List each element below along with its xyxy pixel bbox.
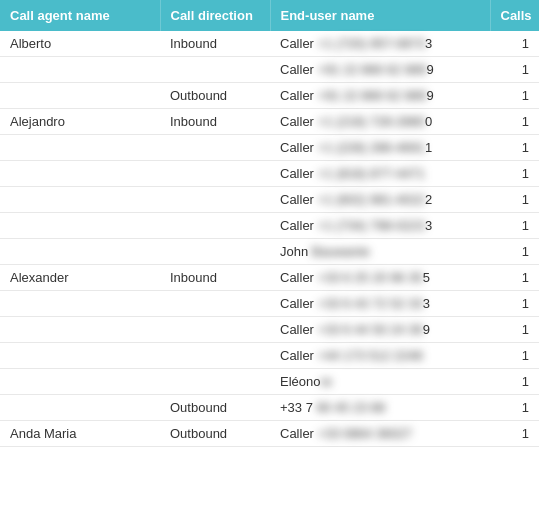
cell-agent <box>0 135 160 161</box>
enduser-suffix: 2 <box>425 192 432 207</box>
cell-agent: Alejandro <box>0 109 160 135</box>
enduser-blurred: +91 22 866 62 889 <box>318 88 427 103</box>
table-row: Caller +1 (602) 981-402221 <box>0 187 539 213</box>
enduser-blurred: +1 (218) 728-2880 <box>318 114 425 129</box>
enduser-blurred: Bauwante <box>312 244 370 259</box>
enduser-prefix: Caller <box>280 218 318 233</box>
table-row: Caller +44 173 512 22481 <box>0 343 539 369</box>
cell-direction <box>160 187 270 213</box>
cell-direction: Inbound <box>160 109 270 135</box>
enduser-blurred: +1 (720) 957-0873 <box>318 36 425 51</box>
cell-direction: Inbound <box>160 31 270 57</box>
cell-enduser: +33 7 90 45 23 88 <box>270 395 490 421</box>
cell-direction: Outbound <box>160 421 270 447</box>
cell-calls: 1 <box>490 109 539 135</box>
enduser-prefix: Caller <box>280 296 318 311</box>
cell-direction: Inbound <box>160 265 270 291</box>
table-row: Caller +33 6 44 50 24 3991 <box>0 317 539 343</box>
cell-enduser: Caller +91 22 866 62 8899 <box>270 83 490 109</box>
enduser-blurred: re <box>320 374 332 389</box>
cell-direction <box>160 369 270 395</box>
table-row: Caller +1 (818) 877-44711 <box>0 161 539 187</box>
enduser-suffix: 3 <box>423 296 430 311</box>
calls-table: Call agent name Call direction End-user … <box>0 0 539 447</box>
cell-direction <box>160 135 270 161</box>
cell-calls: 1 <box>490 187 539 213</box>
enduser-blurred: +1 (818) 877-4471 <box>318 166 425 181</box>
cell-enduser: Caller +33 6 43 72 52 333 <box>270 291 490 317</box>
table-row: Anda MariaOutboundCaller +33 0864 360271 <box>0 421 539 447</box>
table-row: John Bauwante1 <box>0 239 539 265</box>
enduser-prefix: Caller <box>280 270 318 285</box>
cell-calls: 1 <box>490 213 539 239</box>
cell-calls: 1 <box>490 161 539 187</box>
enduser-prefix: Eléono <box>280 374 320 389</box>
enduser-prefix: Caller <box>280 62 318 77</box>
enduser-suffix: 1 <box>425 140 432 155</box>
enduser-blurred: +1 (602) 981-4022 <box>318 192 425 207</box>
enduser-prefix: Caller <box>280 426 318 441</box>
enduser-blurred: 90 45 23 88 <box>317 400 386 415</box>
cell-direction <box>160 161 270 187</box>
enduser-prefix: Caller <box>280 192 318 207</box>
cell-enduser: Caller +1 (602) 981-40222 <box>270 187 490 213</box>
cell-direction <box>160 291 270 317</box>
table-row: AlejandroInboundCaller +1 (218) 728-2880… <box>0 109 539 135</box>
table-row: Outbound+33 7 90 45 23 881 <box>0 395 539 421</box>
cell-direction <box>160 213 270 239</box>
enduser-prefix: +33 7 <box>280 400 317 415</box>
cell-calls: 1 <box>490 265 539 291</box>
table-row: AlbertoInboundCaller +1 (720) 957-087331 <box>0 31 539 57</box>
cell-agent <box>0 161 160 187</box>
enduser-suffix: 0 <box>425 114 432 129</box>
enduser-suffix: 9 <box>423 322 430 337</box>
enduser-prefix: Caller <box>280 88 318 103</box>
cell-calls: 1 <box>490 31 539 57</box>
cell-agent <box>0 343 160 369</box>
enduser-suffix: 5 <box>423 270 430 285</box>
cell-enduser: John Bauwante <box>270 239 490 265</box>
enduser-blurred: +91 22 866 62 889 <box>318 62 427 77</box>
cell-enduser: Caller +33 6 44 50 24 399 <box>270 317 490 343</box>
cell-calls: 1 <box>490 57 539 83</box>
enduser-prefix: Caller <box>280 140 318 155</box>
table-row: Caller +33 6 43 72 52 3331 <box>0 291 539 317</box>
cell-agent <box>0 213 160 239</box>
cell-calls: 1 <box>490 291 539 317</box>
cell-direction <box>160 239 270 265</box>
enduser-blurred: +44 173 512 2248 <box>318 348 423 363</box>
cell-enduser: Caller +33 0864 36027 <box>270 421 490 447</box>
cell-direction <box>160 57 270 83</box>
enduser-suffix: 9 <box>426 62 433 77</box>
cell-agent <box>0 395 160 421</box>
cell-calls: 1 <box>490 395 539 421</box>
cell-enduser: Caller +44 173 512 2248 <box>270 343 490 369</box>
cell-enduser: Eléonore <box>270 369 490 395</box>
header-calls: Calls <box>490 0 539 31</box>
table-row: Eléonore1 <box>0 369 539 395</box>
cell-agent: Alberto <box>0 31 160 57</box>
enduser-blurred: +33 6 25 20 96 35 <box>318 270 423 285</box>
cell-agent <box>0 317 160 343</box>
cell-calls: 1 <box>490 421 539 447</box>
cell-calls: 1 <box>490 317 539 343</box>
cell-agent <box>0 57 160 83</box>
cell-enduser: Caller +91 22 866 62 8899 <box>270 57 490 83</box>
cell-calls: 1 <box>490 343 539 369</box>
table-row: Caller +91 22 866 62 88991 <box>0 57 539 83</box>
enduser-blurred: +33 0864 36027 <box>318 426 412 441</box>
cell-enduser: Caller +1 (720) 957-08733 <box>270 31 490 57</box>
cell-agent <box>0 239 160 265</box>
enduser-suffix: 9 <box>426 88 433 103</box>
header-enduser: End-user name <box>270 0 490 31</box>
header-direction: Call direction <box>160 0 270 31</box>
enduser-prefix: Caller <box>280 36 318 51</box>
cell-calls: 1 <box>490 135 539 161</box>
cell-calls: 1 <box>490 369 539 395</box>
enduser-prefix: Caller <box>280 348 318 363</box>
enduser-suffix: 3 <box>425 36 432 51</box>
cell-agent <box>0 83 160 109</box>
table-row: Caller +1 (734) 798-022331 <box>0 213 539 239</box>
cell-agent <box>0 369 160 395</box>
table-row: AlexanderInboundCaller +33 6 25 20 96 35… <box>0 265 539 291</box>
